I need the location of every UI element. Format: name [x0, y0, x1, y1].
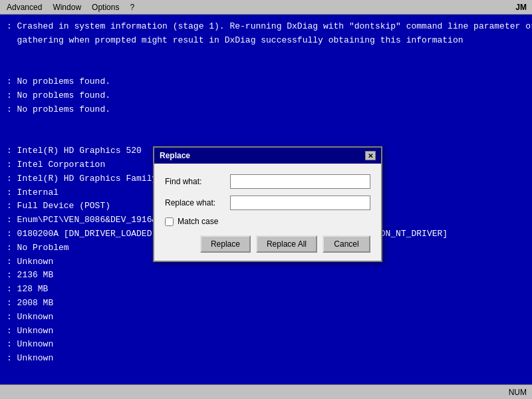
content-line: : Unknown	[7, 338, 525, 352]
menu-options[interactable]: Options	[88, 1, 123, 13]
content-line: : No problems found.	[7, 89, 525, 103]
content-line: gathering when prompted might result in …	[7, 34, 525, 48]
dialog-buttons: Replace Replace All Cancel	[165, 235, 370, 253]
content-line: : Unknown	[7, 311, 525, 325]
content-line	[7, 48, 525, 62]
content-line: : No problems found.	[7, 75, 525, 89]
menubar: Advanced Window Options ? JM	[0, 0, 532, 15]
dialog-titlebar: Replace ✕	[154, 148, 381, 164]
replace-label: Replace what:	[165, 198, 225, 207]
content-line: : No problems found.	[7, 103, 525, 117]
dialog-title: Replace	[160, 151, 190, 160]
replace-button[interactable]: Replace	[200, 235, 251, 253]
statusbar-text: NUM	[509, 388, 527, 397]
statusbar: NUM	[0, 384, 532, 399]
replace-dialog: Replace ✕ Find what: Replace what: Match…	[153, 146, 382, 262]
content-line: : 2008 MB	[7, 297, 525, 311]
find-label: Find what:	[165, 177, 225, 186]
content-line: : Unknown	[7, 325, 525, 338]
match-case-row: Match case	[165, 217, 370, 226]
menubar-right-label: JM	[515, 3, 529, 12]
content-line: : Crashed in system information (stage 1…	[7, 20, 525, 34]
menu-advanced[interactable]: Advanced	[3, 1, 46, 13]
content-line	[7, 130, 525, 144]
content-line: : 128 MB	[7, 283, 525, 297]
content-line	[7, 117, 525, 131]
find-input[interactable]	[230, 174, 370, 189]
content-line	[7, 61, 525, 75]
match-case-label: Match case	[178, 217, 218, 226]
replace-row: Replace what:	[165, 196, 370, 210]
menu-help[interactable]: ?	[126, 1, 138, 13]
cancel-button[interactable]: Cancel	[323, 235, 370, 253]
content-line: : 2136 MB	[7, 269, 525, 283]
dialog-body: Find what: Replace what: Match case Repl…	[154, 164, 381, 261]
dialog-close-button[interactable]: ✕	[365, 151, 376, 160]
find-row: Find what:	[165, 174, 370, 189]
menu-window[interactable]: Window	[49, 1, 85, 13]
replace-all-button[interactable]: Replace All	[256, 235, 317, 253]
content-line: : Unknown	[7, 352, 525, 366]
replace-input[interactable]	[230, 196, 370, 210]
match-case-checkbox[interactable]	[165, 217, 174, 226]
